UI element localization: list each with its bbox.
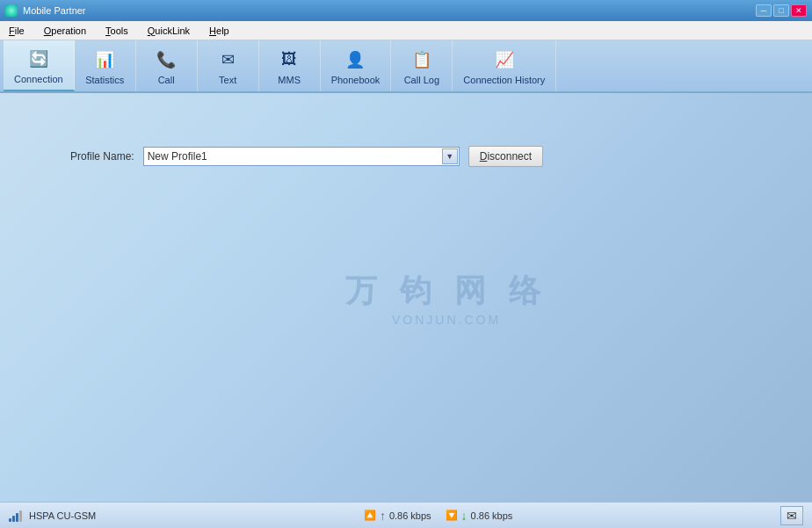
profile-dropdown-wrapper: New Profile1 ▼ [143, 147, 460, 166]
text-icon: ✉ [215, 47, 240, 72]
tab-mms-label: MMS [278, 75, 301, 85]
title-bar-left: Mobile Partner [5, 4, 86, 17]
email-button[interactable]: ✉ [780, 506, 803, 525]
signal-bar-1 [9, 518, 11, 522]
title-bar: Mobile Partner ─ □ ✕ [0, 0, 812, 21]
upload-speed-item: 🔼 ↑ 0.86 kbps [364, 509, 431, 523]
network-upload-icon: 🔼 [364, 510, 376, 521]
tab-text-label: Text [219, 75, 236, 85]
tab-connection-history[interactable]: 📈 Connection History [453, 40, 556, 91]
menu-file[interactable]: File [4, 24, 30, 38]
tab-connection-label: Connection [14, 74, 63, 84]
disconnect-button[interactable]: Disconnect [468, 146, 543, 167]
main-content: 万 钧 网 络 VONJUN.COM Profile Name: New Pro… [0, 93, 812, 502]
window-controls: ─ □ ✕ [756, 4, 807, 17]
tab-connectionhistory-label: Connection History [463, 75, 545, 85]
menu-quicklink[interactable]: QuickLink [142, 24, 195, 38]
upload-icon: ↑ [380, 509, 386, 523]
status-center: 🔼 ↑ 0.86 kbps 🔽 ↓ 0.86 kbps [364, 509, 512, 523]
phonebook-icon: 👤 [343, 47, 367, 72]
connectionhistory-icon: 📈 [492, 47, 517, 72]
signal-bar-2 [12, 516, 15, 522]
profile-form: Profile Name: New Profile1 ▼ Disconnect [70, 146, 543, 167]
tab-statistics-label: Statistics [85, 75, 124, 85]
tab-statistics[interactable]: 📊 Statistics [75, 40, 136, 91]
toolbar: 🔄 Connection 📊 Statistics 📞 Call ✉ Text … [0, 40, 812, 93]
profile-name-label: Profile Name: [70, 150, 134, 163]
profile-name-select[interactable]: New Profile1 [143, 147, 460, 166]
network-type: HSPA CU-GSM [29, 510, 96, 521]
call-icon: 📞 [154, 47, 178, 72]
watermark-chinese: 万 钧 网 络 [345, 269, 547, 312]
network-download-icon: 🔽 [446, 510, 458, 521]
maximize-button[interactable]: □ [773, 4, 789, 17]
watermark: 万 钧 网 络 VONJUN.COM [345, 269, 547, 326]
calllog-icon: 📋 [410, 47, 434, 72]
menu-help[interactable]: Help [204, 24, 235, 38]
tab-call[interactable]: 📞 Call [136, 40, 198, 91]
signal-strength-icon [9, 510, 22, 522]
download-speed-value: 0.86 kbps [471, 510, 513, 521]
status-left: HSPA CU-GSM [9, 510, 96, 522]
upload-speed-value: 0.86 kbps [389, 510, 431, 521]
tab-calllog-label: Call Log [404, 75, 439, 85]
mms-icon: 🖼 [277, 47, 301, 72]
tab-phonebook-label: Phonebook [331, 75, 381, 85]
watermark-english: VONJUN.COM [345, 312, 547, 326]
app-icon [5, 4, 18, 17]
status-right: ✉ [780, 506, 803, 525]
download-icon: ↓ [461, 509, 468, 523]
download-speed-item: 🔽 ↓ 0.86 kbps [446, 509, 513, 523]
close-button[interactable]: ✕ [791, 4, 807, 17]
signal-bar-3 [16, 513, 18, 522]
minimize-button[interactable]: ─ [756, 4, 772, 17]
tab-text[interactable]: ✉ Text [198, 40, 259, 91]
email-icon: ✉ [787, 509, 797, 523]
tab-mms[interactable]: 🖼 MMS [259, 40, 321, 91]
status-bar: HSPA CU-GSM 🔼 ↑ 0.86 kbps 🔽 ↓ 0.86 kbps … [0, 502, 812, 528]
menu-operation[interactable]: Operation [39, 24, 91, 38]
disconnect-rest: isconnect [487, 150, 532, 163]
signal-bar-4 [19, 510, 22, 522]
menu-tools[interactable]: Tools [100, 24, 134, 38]
tab-phonebook[interactable]: 👤 Phonebook [321, 40, 392, 91]
tab-calllog[interactable]: 📋 Call Log [391, 40, 453, 91]
window-title: Mobile Partner [23, 5, 86, 16]
tab-connection[interactable]: 🔄 Connection [4, 40, 75, 91]
tab-call-label: Call [158, 75, 175, 85]
connection-icon: 🔄 [26, 47, 51, 71]
menu-bar: File Operation Tools QuickLink Help [0, 21, 812, 40]
statistics-icon: 📊 [92, 47, 117, 72]
